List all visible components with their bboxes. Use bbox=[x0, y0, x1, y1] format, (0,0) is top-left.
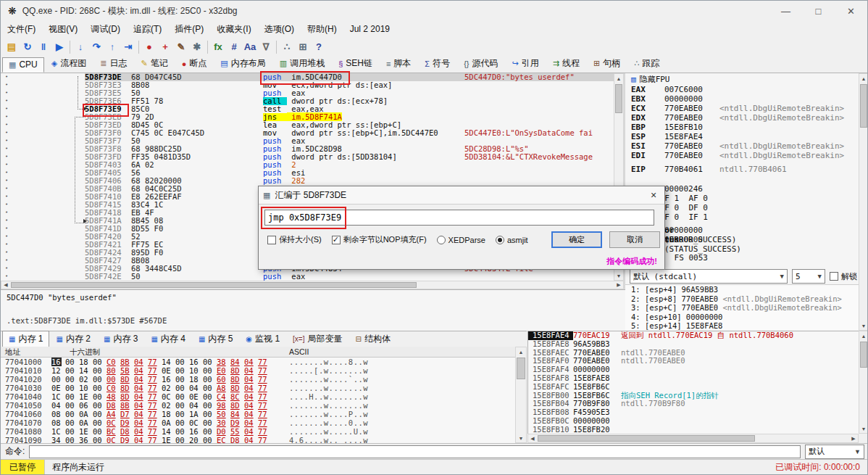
filter-icon[interactable]: ∇ bbox=[258, 39, 274, 55]
stack-vertical-scrollbar[interactable]: ▲ ▼ bbox=[859, 331, 868, 434]
tab-memory-map[interactable]: ▤内存布局 bbox=[214, 55, 272, 73]
assemble-instruction-input[interactable] bbox=[264, 210, 654, 226]
menu-item[interactable]: 帮助(H) bbox=[301, 21, 343, 38]
breakpoint-dot-icon[interactable]: • bbox=[1, 193, 12, 201]
dump-vertical-scrollbar[interactable]: ▲ ▼ bbox=[515, 347, 527, 443]
calling-convention-select[interactable]: 默认 (stdcall) ▼ bbox=[630, 269, 788, 284]
stack-argument-row[interactable]: 1: [esp+4] 96A59BB3 bbox=[625, 285, 859, 294]
breakpoint-dot-icon[interactable]: • bbox=[1, 137, 12, 145]
dump-row[interactable]: 7704101012001400805B04770E001000E08D0477… bbox=[1, 366, 515, 375]
dump-row[interactable]: 7704102000000200008D047716001800608D0477… bbox=[1, 375, 515, 384]
disasm-row[interactable]: •5D8F742E50push eax bbox=[1, 273, 614, 281]
breakpoint-dot-icon[interactable]: • bbox=[1, 209, 12, 217]
breakpoint-dot-icon[interactable]: • bbox=[1, 241, 12, 249]
scrollbar-thumb[interactable] bbox=[860, 84, 867, 128]
dump-row[interactable]: 7704105004000600D88B047702000400988D0477… bbox=[1, 401, 515, 410]
menu-item[interactable]: 文件(F) bbox=[1, 21, 42, 38]
scroll-left-icon[interactable]: ◀ bbox=[1, 281, 10, 289]
scrollbar-thumb[interactable] bbox=[11, 282, 417, 288]
tab-struct[interactable]: ⊟结构体 bbox=[349, 331, 397, 347]
menu-item[interactable]: 选项(O) bbox=[258, 21, 301, 38]
tab-log[interactable]: ≣日志 bbox=[93, 55, 133, 73]
tab-watch-1[interactable]: ◉监视 1 bbox=[239, 331, 286, 347]
command-profile-select[interactable]: 默认 ▼ bbox=[805, 445, 864, 459]
dump-row[interactable]: 770410801C001E00BCD8047714001600D0550477… bbox=[1, 427, 515, 436]
dialog-title-bar[interactable]: ▦ 汇编于 5D8F73DE × bbox=[259, 186, 664, 205]
tab-handles[interactable]: ⊞句柄 bbox=[587, 55, 627, 73]
register-row[interactable]: EDI770EABE0<ntdll.DbgUiRemoteBreakin> bbox=[625, 151, 859, 160]
patch-icon[interactable]: ✎ bbox=[173, 39, 189, 55]
tab-dump-1[interactable]: ▦内存 1 bbox=[2, 331, 49, 347]
dump-row[interactable]: 7704100016001800C08B04771400160038840477… bbox=[1, 358, 515, 366]
stack-argument-row[interactable]: 3: [esp+C] 770EABE0 <ntdll.DbgUiRemoteBr… bbox=[625, 303, 859, 313]
register-row[interactable]: ECX770EABE0<ntdll.DbgUiRemoteBreakin> bbox=[625, 104, 859, 113]
tab-references[interactable]: ↪引用 bbox=[506, 55, 546, 73]
breakpoint-dot-icon[interactable]: • bbox=[1, 97, 12, 105]
stack-row[interactable]: 15E8FB0C00000000 bbox=[528, 417, 859, 426]
keep-size-checkbox[interactable]: 保持大小(S) bbox=[267, 234, 322, 245]
cancel-button[interactable]: 取消 bbox=[609, 231, 660, 248]
breakpoint-icon[interactable]: ● bbox=[141, 39, 157, 55]
maximize-button[interactable]: □ bbox=[802, 1, 835, 21]
hash-icon[interactable]: # bbox=[226, 39, 242, 55]
breakpoint-dot-icon[interactable]: • bbox=[1, 89, 12, 97]
arg-count-select[interactable]: 5 ▼ bbox=[792, 269, 825, 284]
dump-row[interactable]: 77041090340036000CD904771E002000ECD80477… bbox=[1, 436, 515, 443]
stack-row[interactable]: 15E8FB1015E8FB20 bbox=[528, 426, 859, 434]
stack-row[interactable]: 15E8FAE896A59BB3 bbox=[528, 340, 859, 349]
scroll-right-icon[interactable]: ▶ bbox=[849, 434, 858, 442]
syringe-icon[interactable]: + bbox=[157, 39, 173, 55]
breakpoint-dot-icon[interactable]: • bbox=[1, 121, 12, 129]
tab-notes[interactable]: ✎笔记 bbox=[134, 55, 174, 73]
breakpoint-dot-icon[interactable]: • bbox=[1, 81, 12, 89]
breakpoint-dot-icon[interactable]: • bbox=[1, 257, 12, 265]
breakpoint-dot-icon[interactable]: • bbox=[1, 113, 12, 121]
step-into-icon[interactable]: ↓ bbox=[72, 39, 88, 55]
scroll-up-icon[interactable]: ▲ bbox=[859, 331, 868, 340]
menu-item[interactable]: 收藏夹(I) bbox=[210, 21, 257, 38]
text-case-icon[interactable]: Aa bbox=[242, 39, 258, 55]
minimize-button[interactable]: — bbox=[769, 1, 802, 21]
breakpoint-dot-icon[interactable]: • bbox=[1, 145, 12, 153]
scroll-left-icon[interactable]: ◀ bbox=[528, 434, 537, 442]
breakpoint-dot-icon[interactable]: • bbox=[1, 225, 12, 233]
stack-argument-row[interactable]: 2: [esp+8] 770EABE0 <ntdll.DbgUiRemoteBr… bbox=[625, 294, 859, 304]
scrollbar-thumb[interactable] bbox=[615, 84, 622, 113]
stack-argument-row[interactable]: 5: [esp+14] 15E8FAE8 bbox=[625, 321, 859, 331]
tab-dump-2[interactable]: ▦内存 2 bbox=[49, 331, 96, 347]
dump-row[interactable]: 7704107008000A000CD904770A000C0030D90477… bbox=[1, 418, 515, 427]
open-file-icon[interactable]: ▤ bbox=[4, 39, 20, 55]
asmjit-radio[interactable]: asmjit bbox=[496, 236, 528, 244]
menu-item[interactable]: 追踪(T) bbox=[127, 21, 168, 38]
breakpoint-dot-icon[interactable]: • bbox=[1, 73, 12, 81]
command-input[interactable] bbox=[29, 445, 801, 458]
tab-dump-3[interactable]: ▦内存 3 bbox=[97, 331, 144, 347]
run-icon[interactable]: ▶ bbox=[51, 39, 67, 55]
menu-item[interactable]: 视图(V) bbox=[42, 21, 84, 38]
nop-fill-checkbox[interactable]: 剩余字节以NOP填充(F) bbox=[332, 234, 427, 245]
dialog-close-icon[interactable]: × bbox=[643, 189, 664, 201]
tab-symbols[interactable]: Σ符号 bbox=[418, 55, 456, 73]
tab-dump-4[interactable]: ▦内存 4 bbox=[144, 331, 191, 347]
tab-dump-5[interactable]: ▦内存 5 bbox=[192, 331, 239, 347]
tab-locals[interactable]: [x=]局部变量 bbox=[286, 331, 349, 347]
fx-icon[interactable]: fx bbox=[210, 39, 226, 55]
breakpoint-dot-icon[interactable]: • bbox=[1, 169, 12, 177]
breakpoint-dot-icon[interactable]: • bbox=[1, 177, 12, 185]
register-row[interactable]: EDX770EABE0<ntdll.DbgUiRemoteBreakin> bbox=[625, 113, 859, 123]
register-row[interactable]: EBP15E8FB10 bbox=[625, 123, 859, 132]
settings-gear-icon[interactable]: ✱ bbox=[189, 39, 205, 55]
breakpoint-dot-icon[interactable]: • bbox=[1, 249, 12, 257]
restart-icon[interactable]: ↻ bbox=[20, 39, 36, 55]
run-to-return-icon[interactable]: ⇥ bbox=[120, 39, 136, 55]
dump-row[interactable]: 7704106008000A00A4D7047718001A0050840477… bbox=[1, 410, 515, 418]
scroll-up-icon[interactable]: ▲ bbox=[516, 347, 526, 356]
xedparse-radio[interactable]: XEDParse bbox=[437, 236, 485, 244]
breakpoint-dot-icon[interactable]: • bbox=[1, 105, 12, 113]
pause-icon[interactable]: ‖ bbox=[36, 39, 51, 55]
breakpoint-dot-icon[interactable]: • bbox=[1, 233, 12, 241]
breakpoint-dot-icon[interactable]: • bbox=[1, 129, 12, 137]
menu-item[interactable]: 调试(D) bbox=[84, 21, 127, 38]
stack-pane[interactable]: 15E8FAE4770EAC19返回到 ntdll.770EAC19 自 ntd… bbox=[527, 331, 859, 434]
dump-row[interactable]: 770410300E001000C08D047702000400A88D0477… bbox=[1, 384, 515, 392]
